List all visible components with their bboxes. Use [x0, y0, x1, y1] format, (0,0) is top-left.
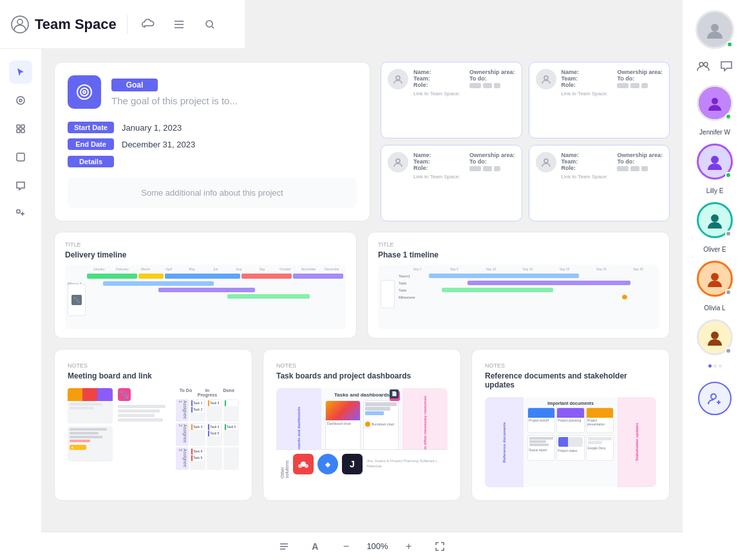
- zoom-in-button[interactable]: +: [399, 536, 419, 557]
- main-user-status: [726, 41, 733, 48]
- svg-rect-2: [17, 125, 20, 128]
- svg-rect-7: [17, 210, 20, 213]
- person-card-2: Name: Team: Role: Ownership area: To do:: [529, 62, 670, 138]
- important-docs-label: Important documents: [527, 401, 614, 406]
- svg-point-27: [711, 273, 719, 281]
- bottom-row: NOTES Meeting board and link: [54, 349, 670, 501]
- other-solutions-row: Other solutions ◆ J Jira, Asana & Projec…: [276, 449, 448, 478]
- user5-avatar[interactable]: [697, 319, 733, 355]
- sidebar-top-icons: [694, 57, 735, 75]
- section-label-timeline: TITLE: [65, 241, 346, 248]
- timeline-row: TITLE Delivery timeline January February…: [54, 232, 670, 339]
- person-avatar-1: [388, 69, 408, 89]
- zoom-out-button[interactable]: −: [336, 536, 356, 557]
- person-card-4: Name: Team: Role: Ownership area: To do:: [529, 145, 670, 221]
- svg-point-20: [305, 464, 308, 468]
- meeting-thumb-2: ★: [68, 426, 113, 462]
- mini-boards: ★: [68, 388, 113, 462]
- section-label-phase: TITLE: [378, 241, 659, 248]
- lilly-avatar[interactable]: [697, 144, 733, 180]
- task-preview-area: Link boards and dashboards Tasks and das…: [276, 388, 448, 478]
- kanban-preview: To Do In Progress Done Assignee 1 Assign…: [176, 388, 239, 470]
- meeting-board-title: Meeting board and link: [68, 371, 239, 380]
- month-may: May: [181, 267, 203, 271]
- select-tool[interactable]: [9, 89, 32, 112]
- expand-button[interactable]: [430, 536, 450, 557]
- svg-rect-6: [17, 153, 24, 161]
- cloud-button[interactable]: [138, 14, 158, 35]
- user5-status: [725, 348, 732, 354]
- delivery-timeline-card: TITLE Delivery timeline January February…: [54, 232, 357, 339]
- app-title: Team Space: [35, 16, 117, 33]
- logo-icon: [10, 15, 30, 34]
- assignee-1-label: Assignee 1: [176, 399, 189, 422]
- end-date-row: End Date December 31, 2023: [68, 138, 357, 150]
- menu-button[interactable]: [169, 14, 189, 35]
- delivery-timeline-title: Delivery timeline: [65, 250, 346, 259]
- goal-description: The goal of this project is to...: [111, 95, 238, 106]
- end-date-value: December 31, 2023: [122, 140, 195, 149]
- meeting-board-card: NOTES Meeting board and link: [54, 349, 252, 501]
- start-date-row: Start Date January 1, 2023: [68, 122, 357, 133]
- header: Team Space: [0, 0, 245, 49]
- goal-header: Goal The goal of this project is to...: [68, 75, 357, 109]
- meeting-thumb-1: [68, 388, 113, 424]
- text-tool-button[interactable]: A: [305, 536, 325, 557]
- month-aug: Aug: [227, 267, 250, 271]
- add-person-button[interactable]: [698, 382, 732, 415]
- svg-point-12: [80, 88, 88, 96]
- tasks-dashboards-label: Tasks and dashboards: [325, 392, 399, 398]
- month-mar: March: [134, 267, 156, 271]
- main-user-avatar[interactable]: [695, 10, 734, 49]
- month-jun: Jun: [204, 267, 227, 271]
- frame-tool[interactable]: [9, 145, 32, 169]
- person-info-4: Name: Team: Role: Ownership area: To do:: [562, 152, 663, 214]
- svg-rect-5: [21, 129, 24, 133]
- list-view-button[interactable]: [274, 536, 294, 557]
- svg-point-26: [711, 214, 719, 222]
- ref-doc-6: Google Docs: [586, 435, 614, 461]
- cursor-tool[interactable]: [9, 61, 32, 84]
- svg-point-21: [711, 24, 719, 32]
- pagination-dots: [708, 364, 722, 368]
- add-tool[interactable]: [9, 202, 32, 225]
- jennifer-name: Jennifer W: [699, 129, 730, 136]
- comment-tool[interactable]: [9, 174, 32, 197]
- svg-point-19: [298, 464, 302, 468]
- jennifer-avatar[interactable]: [697, 85, 733, 121]
- month-jan: January: [88, 267, 110, 271]
- grid-tool[interactable]: [9, 117, 32, 140]
- lilly-status: [725, 172, 732, 178]
- phase1-timeline-preview: Sep 1 Sep 5 Sep 10 Sep 15 Sep 20 Sep 25 …: [378, 265, 659, 329]
- team-icon[interactable]: [694, 57, 712, 75]
- goal-content: Goal The goal of this project is to...: [111, 79, 238, 106]
- search-button[interactable]: [200, 14, 220, 35]
- details-badge: Details: [68, 156, 114, 167]
- ref-doc-2: Project planning: [556, 407, 584, 433]
- oliver-status: [725, 230, 732, 237]
- svg-point-29: [711, 394, 716, 399]
- person-info-2: Name: Team: Role: Ownership area: To do:: [562, 69, 663, 131]
- zoom-level-display: 100%: [366, 541, 388, 551]
- chat-icon[interactable]: [717, 57, 735, 75]
- month-apr: April: [158, 267, 180, 271]
- oliver-avatar[interactable]: [697, 202, 733, 238]
- ref-docs-col: Reference documents: [485, 397, 524, 487]
- goal-tag: Goal: [111, 79, 158, 91]
- svg-point-23: [704, 62, 708, 66]
- svg-point-13: [83, 91, 86, 93]
- month-nov: November: [298, 267, 320, 271]
- start-date-value: January 1, 2023: [122, 123, 182, 133]
- solutions-text: Jira, Asana & Project Planning Software …: [366, 459, 444, 469]
- ref-doc-5: Project status: [556, 435, 584, 461]
- stakeholder-col: Stakeholder updates: [618, 397, 656, 487]
- olivia-avatar[interactable]: [697, 261, 733, 297]
- bottom-toolbar: A − 100% +: [41, 532, 683, 560]
- reference-docs-title: Reference documents and stakeholder upda…: [485, 371, 656, 389]
- end-date-badge: End Date: [68, 138, 114, 150]
- task-doc-icon: 📄: [390, 389, 399, 398]
- svg-point-25: [711, 156, 719, 163]
- ref-section-label: NOTES: [485, 362, 656, 369]
- main-content: Goal The goal of this project is to... S…: [41, 49, 683, 560]
- task-section-label: NOTES: [276, 362, 448, 369]
